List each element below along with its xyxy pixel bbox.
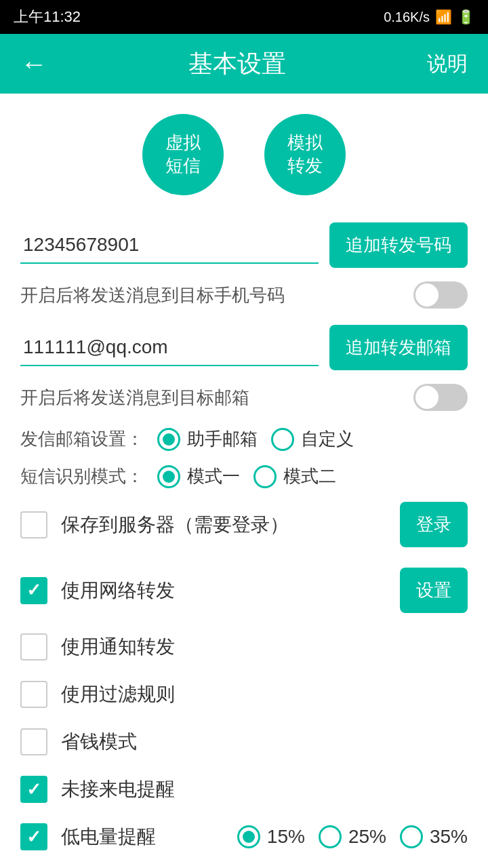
email-settings-row: 发信邮箱设置： 助手邮箱 自定义: [20, 427, 468, 451]
sms-mode-row: 短信识别模式： 模式一 模式二: [20, 465, 468, 488]
email-toggle-label: 开启后将发送消息到目标邮箱: [20, 386, 249, 410]
back-button[interactable]: ←: [20, 49, 47, 79]
checkbox-missed-call-label: 未接来电提醒: [61, 776, 468, 802]
email-toggle[interactable]: [413, 384, 468, 411]
radio-custom-label: 自定义: [301, 427, 354, 451]
signal-icon: 📶: [435, 9, 452, 25]
radio-25-label: 25%: [348, 826, 386, 848]
radio-custom-circle: [271, 428, 294, 451]
add-email-button[interactable]: 追加转发邮箱: [329, 325, 468, 370]
radio-mode-one-label: 模式一: [187, 465, 240, 488]
status-bar: 上午11:32 0.16K/s 📶 🔋: [0, 0, 488, 34]
checkbox-save-money-label: 省钱模式: [61, 729, 468, 755]
checkbox-filter-rules[interactable]: [20, 681, 47, 708]
checkbox-network-forward[interactable]: [20, 577, 47, 604]
status-right: 0.16K/s 📶 🔋: [384, 9, 474, 25]
radio-15-percent[interactable]: 15%: [237, 825, 305, 848]
radio-assistant-mailbox[interactable]: 助手邮箱: [157, 427, 258, 451]
radio-35-circle: [400, 825, 423, 848]
checkbox-save-server-row: 保存到服务器（需要登录） 登录: [20, 502, 468, 547]
radio-mode-two-circle: [253, 465, 277, 488]
radio-assistant-circle: [157, 428, 180, 451]
header: ← 基本设置 说明: [0, 34, 488, 94]
network-forward-settings-button[interactable]: 设置: [400, 568, 468, 613]
radio-25-circle: [319, 825, 342, 848]
sms-mode-label: 短信识别模式：: [20, 465, 144, 488]
checkbox-network-forward-row: 使用网络转发 设置: [20, 568, 468, 613]
simulate-forward-button[interactable]: 模拟转发: [264, 114, 346, 195]
phone-toggle-row: 开启后将发送消息到目标手机号码: [20, 281, 468, 309]
phone-toggle-label: 开启后将发送消息到目标手机号码: [20, 283, 285, 307]
checkbox-notify-forward-label: 使用通知转发: [61, 634, 468, 660]
checkbox-battery-row: 低电量提醒 15% 25% 35%: [20, 823, 468, 850]
page-title: 基本设置: [188, 47, 286, 81]
checkbox-notify-forward-row: 使用通知转发: [20, 633, 468, 660]
simulate-forward-label: 模拟转发: [287, 132, 323, 178]
status-network: 0.16K/s: [384, 9, 430, 25]
radio-mode-two-label: 模式二: [283, 465, 336, 488]
radio-35-percent[interactable]: 35%: [400, 825, 468, 848]
help-button[interactable]: 说明: [427, 50, 468, 78]
radio-custom-mailbox[interactable]: 自定义: [271, 427, 354, 451]
checkbox-notify-forward[interactable]: [20, 633, 47, 660]
content-area: 虚拟短信 模拟转发 追加转发号码 开启后将发送消息到目标手机号码 追加转发邮箱 …: [0, 94, 488, 868]
phone-toggle[interactable]: [413, 281, 468, 309]
battery-percent-options: 15% 25% 35%: [237, 825, 468, 848]
checkbox-battery-label: 低电量提醒: [61, 824, 217, 850]
email-input[interactable]: [20, 330, 319, 366]
checkbox-save-money[interactable]: [20, 728, 47, 755]
phone-input-row: 追加转发号码: [20, 222, 468, 268]
email-toggle-row: 开启后将发送消息到目标邮箱: [20, 384, 468, 411]
checkbox-battery[interactable]: [20, 823, 47, 850]
checkbox-network-forward-label: 使用网络转发: [61, 578, 386, 604]
login-button[interactable]: 登录: [400, 502, 468, 547]
radio-mode-two[interactable]: 模式二: [253, 465, 336, 488]
checkbox-save-server-label: 保存到服务器（需要登录）: [61, 512, 386, 538]
radio-15-circle: [237, 825, 260, 848]
status-time: 上午11:32: [14, 7, 81, 27]
checkbox-missed-call-row: 未接来电提醒: [20, 776, 468, 803]
email-settings-label: 发信邮箱设置：: [20, 427, 144, 451]
add-phone-button[interactable]: 追加转发号码: [329, 222, 468, 268]
virtual-sms-button[interactable]: 虚拟短信: [142, 114, 224, 195]
radio-mode-one-circle: [157, 465, 180, 488]
radio-assistant-label: 助手邮箱: [187, 427, 258, 451]
radio-35-label: 35%: [430, 826, 468, 848]
top-buttons-group: 虚拟短信 模拟转发: [20, 114, 468, 195]
radio-15-label: 15%: [267, 826, 305, 848]
radio-25-percent[interactable]: 25%: [319, 825, 386, 848]
checkbox-filter-rules-label: 使用过滤规则: [61, 682, 468, 707]
checkbox-filter-rules-row: 使用过滤规则: [20, 681, 468, 708]
checkbox-save-server[interactable]: [20, 511, 47, 538]
radio-mode-one[interactable]: 模式一: [157, 465, 240, 488]
checkbox-missed-call[interactable]: [20, 776, 47, 803]
battery-icon: 🔋: [458, 9, 474, 25]
email-input-row: 追加转发邮箱: [20, 325, 468, 370]
virtual-sms-label: 虚拟短信: [165, 132, 201, 178]
phone-input[interactable]: [20, 227, 319, 264]
checkbox-save-money-row: 省钱模式: [20, 728, 468, 755]
